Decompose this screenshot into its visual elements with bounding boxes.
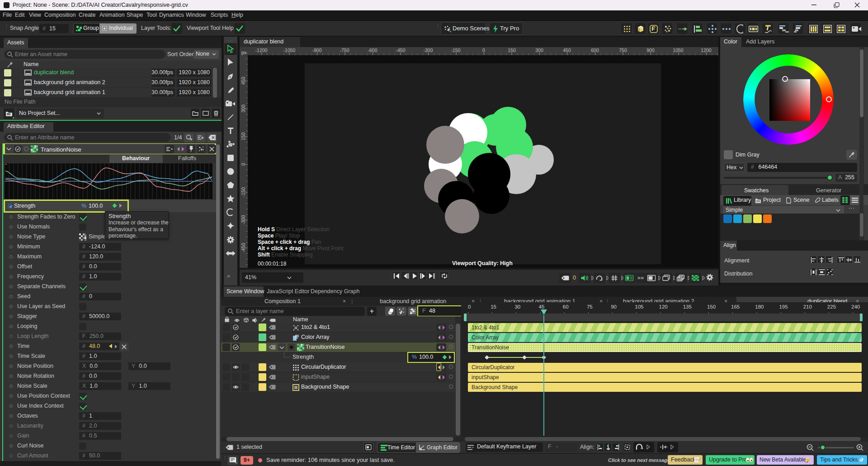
svg-text:450: 450 xyxy=(563,48,571,53)
svg-text:-600: -600 xyxy=(368,48,377,53)
svg-text:750: 750 xyxy=(619,48,627,53)
svg-text:1200: 1200 xyxy=(701,48,712,53)
svg-text:-750: -750 xyxy=(340,48,349,53)
svg-text:0: 0 xyxy=(468,304,471,309)
svg-text:450: 450 xyxy=(241,77,246,85)
svg-text:240: 240 xyxy=(851,304,860,309)
svg-text:195: 195 xyxy=(779,304,788,309)
svg-text:180: 180 xyxy=(755,304,764,309)
svg-text:90: 90 xyxy=(611,304,617,309)
svg-text:-150: -150 xyxy=(451,48,460,53)
svg-text:0: 0 xyxy=(241,163,246,166)
svg-text:30: 30 xyxy=(514,304,520,309)
svg-text:300: 300 xyxy=(241,105,246,113)
svg-text:135: 135 xyxy=(683,304,692,309)
svg-text:15: 15 xyxy=(491,304,496,309)
svg-text:150: 150 xyxy=(508,48,516,53)
svg-text:210: 210 xyxy=(803,304,812,309)
svg-text:75: 75 xyxy=(587,304,593,309)
svg-text:300: 300 xyxy=(535,48,543,53)
svg-text:-450: -450 xyxy=(241,243,246,252)
svg-text:105: 105 xyxy=(635,304,643,309)
svg-text:225: 225 xyxy=(827,304,836,309)
svg-text:-450: -450 xyxy=(396,48,405,53)
svg-text:150: 150 xyxy=(241,133,246,141)
svg-text:900: 900 xyxy=(646,48,655,53)
svg-text:-1050: -1050 xyxy=(283,48,296,53)
svg-text:0: 0 xyxy=(482,48,485,53)
svg-text:60: 60 xyxy=(563,304,569,309)
svg-text:-900: -900 xyxy=(312,48,321,53)
svg-text:150: 150 xyxy=(707,304,716,309)
svg-text:600: 600 xyxy=(591,48,599,53)
svg-text:-300: -300 xyxy=(241,215,246,224)
svg-text:-1200: -1200 xyxy=(255,48,268,53)
svg-text:120: 120 xyxy=(659,304,668,309)
svg-text:-150: -150 xyxy=(241,187,246,197)
svg-text:-300: -300 xyxy=(423,48,433,53)
svg-text:1050: 1050 xyxy=(673,48,684,53)
svg-text:165: 165 xyxy=(731,304,740,309)
